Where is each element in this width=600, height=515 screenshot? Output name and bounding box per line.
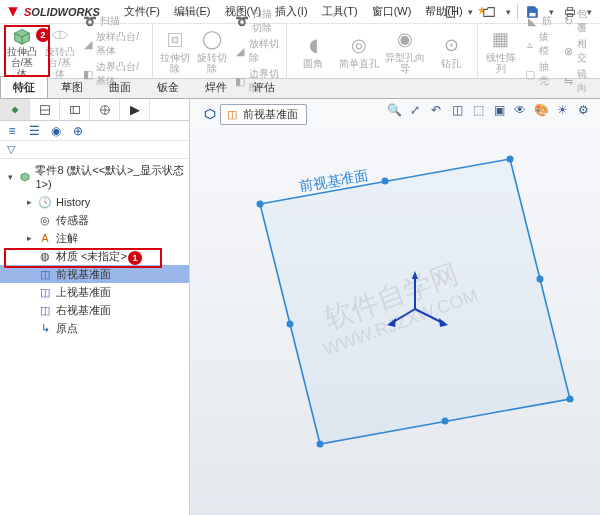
fillet-icon: ◖ bbox=[301, 34, 325, 58]
caret-right-icon[interactable]: ▸ bbox=[24, 231, 34, 245]
open-button[interactable] bbox=[479, 2, 499, 22]
ribbon-group-boss: 拉伸凸台/基体 旋转凸台/基体 ➰扫描 ◢放样凸台/基体 ◧边界凸台/基体 bbox=[0, 24, 153, 78]
sweep-icon: ➰ bbox=[83, 14, 97, 28]
bore-button[interactable]: ⊙钻孔 bbox=[429, 26, 473, 76]
feature-manager-panel: ▶ ≡ ☰ ◉ ⊕ ▽ ▾ 零件8 (默认<<默认>_显示状态 1>) ▸🕓Hi… bbox=[0, 99, 190, 515]
solidworks-icon bbox=[6, 5, 20, 19]
hole-wizard-button[interactable]: ◉异型孔向导 bbox=[383, 26, 427, 76]
tab-surface[interactable]: 曲面 bbox=[96, 76, 144, 98]
svg-rect-3 bbox=[567, 8, 572, 11]
tree-material[interactable]: ◍材质 <未指定> bbox=[0, 247, 189, 265]
dimxpert-tab[interactable] bbox=[90, 99, 120, 120]
print-button[interactable] bbox=[560, 2, 580, 22]
svg-point-23 bbox=[287, 321, 294, 328]
extrude-cut-button[interactable]: 拉伸切除 bbox=[157, 26, 193, 76]
simple-hole-button[interactable]: ◎简单直孔 bbox=[337, 26, 381, 76]
new-button[interactable] bbox=[441, 2, 461, 22]
dropdown-icon[interactable]: ▾ bbox=[546, 2, 556, 22]
draft-label: 拔模 bbox=[539, 30, 555, 58]
tree-tool-2[interactable]: ☰ bbox=[26, 123, 42, 139]
graphics-area[interactable]: 🔍 ⤢ ↶ ◫ ⬚ ▣ 👁 🎨 ☀ ⚙ ◫ 前视基准面 软件自学网 WWW.RJ… bbox=[190, 99, 600, 515]
bore-label: 钻孔 bbox=[441, 58, 461, 69]
intersect-label: 相交 bbox=[577, 37, 593, 65]
tab-sheetmetal[interactable]: 钣金 bbox=[144, 76, 192, 98]
fillet-button[interactable]: ◖圆角 bbox=[291, 26, 335, 76]
quick-access-toolbar: ▾ ▾ ▾ ▾ bbox=[441, 2, 594, 22]
tree-history[interactable]: ▸🕓History bbox=[0, 193, 189, 211]
tab-features[interactable]: 特征 bbox=[0, 76, 48, 98]
extrude-boss-button[interactable]: 拉伸凸台/基体 bbox=[4, 26, 40, 76]
tree-sensors[interactable]: ◎传感器 bbox=[0, 211, 189, 229]
shell-button[interactable]: ▢抽壳 bbox=[522, 59, 558, 89]
extrude-icon bbox=[10, 24, 34, 46]
pattern-stack2: ↻包覆 ⊗相交 ⇋镜向 bbox=[560, 26, 596, 76]
tab-weldments[interactable]: 焊件 bbox=[192, 76, 240, 98]
annotations-icon: A bbox=[38, 231, 52, 245]
svg-rect-10 bbox=[70, 106, 79, 113]
hole-icon: ◎ bbox=[347, 34, 371, 58]
tree-right-plane[interactable]: ◫右视基准面 bbox=[0, 301, 189, 319]
dropdown-icon[interactable]: ▾ bbox=[584, 2, 594, 22]
dropdown-icon[interactable]: ▾ bbox=[465, 2, 475, 22]
dropdown-icon[interactable]: ▾ bbox=[503, 2, 513, 22]
history-label: History bbox=[56, 195, 90, 209]
tree-tool-3[interactable]: ◉ bbox=[48, 123, 64, 139]
loft-button[interactable]: ◢放样凸台/基体 bbox=[80, 29, 148, 59]
svg-point-21 bbox=[537, 276, 544, 283]
svg-point-19 bbox=[317, 441, 324, 448]
filter-icon[interactable]: ▽ bbox=[4, 143, 18, 157]
extrude-cut-label: 拉伸切除 bbox=[159, 52, 191, 74]
tree-root[interactable]: ▾ 零件8 (默认<<默认>_显示状态 1>) bbox=[0, 161, 189, 193]
reference-plane-graphic[interactable]: 前视基准面 bbox=[190, 99, 600, 515]
ribbon-group-cut: 拉伸切除 ◯ 旋转切除 ➰扫描切除 ◢放样切除 ◧边界切削 bbox=[153, 24, 287, 78]
sweep-button[interactable]: ➰扫描 bbox=[80, 13, 148, 29]
front-plane-label: 前视基准面 bbox=[56, 267, 111, 281]
intersect-button[interactable]: ⊗相交 bbox=[560, 36, 596, 66]
menu-window[interactable]: 窗口(W) bbox=[366, 2, 418, 21]
feature-tree-tab[interactable] bbox=[0, 99, 30, 120]
fillet-label: 圆角 bbox=[303, 58, 323, 69]
revolve-cut-label: 旋转切除 bbox=[196, 52, 228, 74]
workspace: ▶ ≡ ☰ ◉ ⊕ ▽ ▾ 零件8 (默认<<默认>_显示状态 1>) ▸🕓Hi… bbox=[0, 99, 600, 515]
right-plane-label: 右视基准面 bbox=[56, 303, 111, 317]
tree-tool-1[interactable]: ≡ bbox=[4, 123, 20, 139]
hole-wizard-label: 异型孔向导 bbox=[385, 52, 425, 74]
mirror-button[interactable]: ⇋镜向 bbox=[560, 66, 596, 96]
save-button[interactable] bbox=[522, 2, 542, 22]
caret-right-icon[interactable]: ▸ bbox=[24, 195, 34, 209]
revolve-cut-button[interactable]: ◯ 旋转切除 bbox=[194, 26, 230, 76]
material-icon: ◍ bbox=[38, 249, 52, 263]
tree-annotations[interactable]: ▸A注解 bbox=[0, 229, 189, 247]
feature-tree: ▾ 零件8 (默认<<默认>_显示状态 1>) ▸🕓History ◎传感器 ▸… bbox=[0, 159, 189, 339]
ribbon-group-hole: ◖圆角 ◎简单直孔 ◉异型孔向导 ⊙钻孔 bbox=[287, 24, 478, 78]
hole-wizard-icon: ◉ bbox=[393, 28, 417, 52]
top-plane-label: 上视基准面 bbox=[56, 285, 111, 299]
tree-root-label: 零件8 (默认<<默认>_显示状态 1>) bbox=[35, 163, 185, 191]
tab-evaluate[interactable]: 评估 bbox=[240, 76, 288, 98]
mirror-label: 镜向 bbox=[577, 67, 593, 95]
menu-edit[interactable]: 编辑(E) bbox=[168, 2, 217, 21]
draft-button[interactable]: ▵拔模 bbox=[522, 29, 558, 59]
menu-tools[interactable]: 工具(T) bbox=[316, 2, 364, 21]
annotations-label: 注解 bbox=[56, 231, 78, 245]
property-tab[interactable] bbox=[30, 99, 60, 120]
tab-sketch[interactable]: 草图 bbox=[48, 76, 96, 98]
tree-top-plane[interactable]: ◫上视基准面 bbox=[0, 283, 189, 301]
ribbon-group-pattern: ▦线性阵列 ◣筋 ▵拔模 ▢抽壳 ↻包覆 ⊗相交 ⇋镜向 bbox=[478, 24, 600, 78]
menu-bar: 文件(F) 编辑(E) 视图(V) 插入(I) 工具(T) 窗口(W) 帮助(H… bbox=[118, 2, 493, 21]
svg-rect-7 bbox=[172, 37, 178, 43]
tree-front-plane[interactable]: ◫前视基准面 bbox=[0, 265, 189, 283]
tree-origin[interactable]: ↳原点 bbox=[0, 319, 189, 337]
display-tab[interactable]: ▶ bbox=[120, 99, 150, 120]
badge-2: 2 bbox=[36, 28, 50, 42]
part-icon bbox=[19, 170, 32, 184]
sweep-label: 扫描 bbox=[100, 14, 120, 28]
shell-label: 抽壳 bbox=[539, 60, 555, 88]
sweep-cut-button[interactable]: ➰扫描切除 bbox=[232, 6, 282, 36]
extrude-cut-icon bbox=[163, 28, 187, 52]
linear-pattern-button[interactable]: ▦线性阵列 bbox=[482, 26, 520, 76]
tree-tool-4[interactable]: ⊕ bbox=[70, 123, 86, 139]
caret-down-icon[interactable]: ▾ bbox=[6, 170, 15, 184]
config-tab[interactable] bbox=[60, 99, 90, 120]
loft-cut-button[interactable]: ◢放样切除 bbox=[232, 36, 282, 66]
